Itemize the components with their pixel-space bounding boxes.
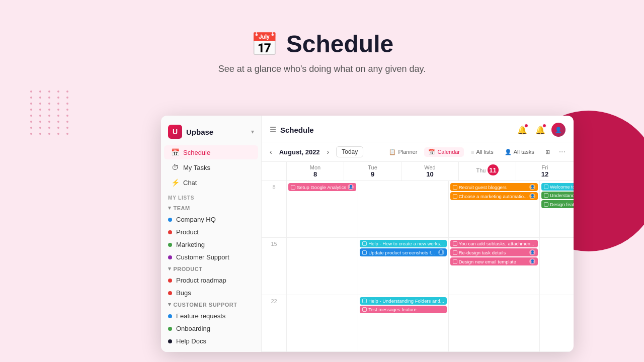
calendar-cell[interactable]	[358, 181, 449, 238]
calendar-cell[interactable]	[287, 295, 358, 352]
view-options-button[interactable]: ⊞	[541, 147, 554, 157]
sidebar: U Upbase ▾ 📅 Schedule ⏱ My Tasks ⚡ Chat …	[161, 116, 262, 352]
sidebar-item-marketing[interactable]: Marketing	[161, 238, 261, 251]
sidebar-item-chat[interactable]: ⚡ Chat	[164, 175, 258, 190]
sidebar-item-feature-requests[interactable]: Feature requests	[161, 310, 261, 322]
help-icon[interactable]: ?	[250, 351, 254, 352]
calendar-cell[interactable]	[287, 238, 358, 295]
sidebar-item-my-tasks[interactable]: ⏱ My Tasks	[164, 160, 258, 174]
calendar-task[interactable]: Test messages feature	[360, 306, 447, 313]
calendar-task[interactable]: Understand Folders and Lists	[541, 192, 574, 199]
more-options-button[interactable]: ···	[557, 147, 568, 156]
planner-view-button[interactable]: 📋 Planner	[385, 147, 421, 157]
task-checkbox[interactable]	[362, 250, 367, 255]
calendar-task[interactable]: Help - How to create a new works...	[360, 240, 447, 247]
hero-title: Schedule	[286, 30, 393, 58]
day-header-wed: Wed 10	[401, 162, 459, 180]
calendar-task[interactable]: Update product screenshots f...👤	[360, 248, 447, 256]
task-checkbox[interactable]	[362, 241, 367, 246]
calendar-task[interactable]: Setup Google Analytics👤	[288, 183, 356, 191]
settings-item[interactable]: ⚙️ Settings	[168, 352, 203, 352]
all-tasks-button[interactable]: 👤 All tasks	[501, 147, 538, 157]
day-header-tue: Tue 9	[344, 162, 401, 180]
sidebar-item-help-docs[interactable]: Help Docs	[161, 335, 261, 347]
sidebar-item-company-hq[interactable]: Company HQ	[161, 213, 261, 226]
task-checkbox[interactable]	[544, 202, 548, 207]
task-checkbox[interactable]	[362, 299, 367, 303]
sidebar-item-label: Schedule	[183, 149, 210, 156]
sidebar-item-product-roadmap[interactable]: Product roadmap	[161, 274, 261, 287]
sidebar-item-onboarding[interactable]: Onboarding	[161, 322, 261, 335]
list-dot-icon	[168, 327, 172, 331]
list-dot-icon	[168, 243, 172, 247]
main-content: ☰ Schedule 🔔 🔔 👤 ‹ August, 2022 ›	[262, 116, 574, 352]
team-group-header: ▾ TEAM	[161, 203, 261, 213]
hamburger-icon[interactable]: ☰	[270, 126, 276, 134]
calendar-cell[interactable]: Help - Understanding Folders and...Test …	[358, 295, 449, 352]
calendar-task[interactable]: Design new email template👤	[450, 257, 538, 265]
sidebar-item-schedule[interactable]: 📅 Schedule	[164, 145, 258, 159]
calendar-cell[interactable]	[540, 238, 574, 295]
calendar-cell[interactable]: Setup Google Analytics👤	[287, 181, 358, 238]
hero-calendar-icon: 📅	[251, 31, 278, 57]
task-checkbox[interactable]	[453, 259, 457, 264]
calendar-view-button[interactable]: 📅 Calendar	[424, 147, 464, 157]
task-checkbox[interactable]	[453, 185, 457, 190]
clock-icon: ⏱	[171, 163, 179, 171]
all-lists-button[interactable]: ≡ All lists	[467, 147, 498, 156]
calendar-task[interactable]: Recruit guest bloggers👤	[450, 183, 538, 191]
calendar-task[interactable]: Design features page👤	[541, 200, 574, 208]
calendar-task[interactable]: Re-design task details👤	[450, 248, 538, 256]
notification-button-2[interactable]: 🔔	[533, 123, 547, 137]
calendar-cell[interactable]	[449, 295, 540, 352]
today-button[interactable]: Today	[336, 146, 363, 157]
task-checkbox[interactable]	[291, 185, 295, 190]
task-checkbox[interactable]	[544, 193, 548, 198]
day-header-fri: Fri 12	[516, 162, 574, 180]
notification-badge	[524, 124, 528, 128]
calendar-cell[interactable]: Help - How to create a new works...Updat…	[358, 238, 449, 295]
task-text: Design new email template	[459, 259, 528, 264]
calendar-cell[interactable]	[540, 295, 574, 352]
calendar-task[interactable]: Welcome to Upbase	[541, 183, 574, 191]
next-month-button[interactable]: ›	[325, 147, 332, 157]
sidebar-item-customer-support[interactable]: Customer Support	[161, 251, 261, 263]
task-checkbox[interactable]	[362, 307, 367, 312]
task-text: Welcome to Upbase	[550, 184, 574, 190]
week-label: 15	[262, 238, 287, 295]
calendar-task[interactable]: Choose a marketing automatio...👤	[450, 192, 538, 200]
task-text: Design features page	[550, 202, 574, 207]
calendar-task[interactable]: Help - Understanding Folders and...	[360, 297, 447, 305]
planner-icon: 📋	[389, 149, 396, 155]
task-checkbox[interactable]	[453, 250, 457, 255]
hero-subtitle: See at a glance who's doing what on any …	[0, 64, 644, 74]
list-icon: ≡	[471, 149, 474, 155]
decorative-dots: const dotGrid = document.querySelector('…	[30, 90, 71, 135]
hero-section: 📅 Schedule See at a glance who's doing w…	[0, 0, 644, 84]
topbar: ☰ Schedule 🔔 🔔 👤	[262, 116, 574, 142]
task-checkbox[interactable]	[544, 185, 548, 189]
task-avatar: 👤	[438, 249, 444, 255]
task-checkbox[interactable]	[453, 241, 457, 246]
calendar-cell[interactable]: Recruit guest bloggers👤Choose a marketin…	[449, 181, 540, 238]
calendar-grid: Mon 8 Tue 9 Wed 10 Thu 11 Fri 12	[262, 162, 574, 352]
task-text: Help - Understanding Folders and...	[368, 298, 444, 304]
sidebar-item-product[interactable]: Product	[161, 226, 261, 238]
prev-month-button[interactable]: ‹	[268, 147, 274, 157]
calendar-cell[interactable]: Welcome to UpbaseUnderstand Folders and …	[540, 181, 574, 238]
calendar-icon: 📅	[428, 149, 435, 155]
task-avatar: 👤	[529, 184, 535, 190]
notification-button-1[interactable]: 🔔	[515, 123, 529, 137]
calendar-header-row: Mon 8 Tue 9 Wed 10 Thu 11 Fri 12	[262, 162, 574, 181]
calendar-cell[interactable]: You can add subtasks, attachmen...Re-des…	[449, 238, 540, 295]
sidebar-item-label: My Tasks	[183, 164, 210, 171]
task-checkbox[interactable]	[453, 194, 457, 199]
calendar-task[interactable]: You can add subtasks, attachmen...	[450, 240, 538, 247]
task-text: Choose a marketing automatio...	[459, 194, 528, 199]
sidebar-brand[interactable]: U Upbase ▾	[161, 122, 261, 145]
list-dot-icon	[168, 339, 172, 343]
product-group-header: ▾ PRODUCT	[161, 263, 261, 274]
sidebar-item-bugs[interactable]: Bugs	[161, 287, 261, 299]
task-avatar: 👤	[529, 258, 535, 264]
avatar[interactable]: 👤	[551, 123, 566, 137]
